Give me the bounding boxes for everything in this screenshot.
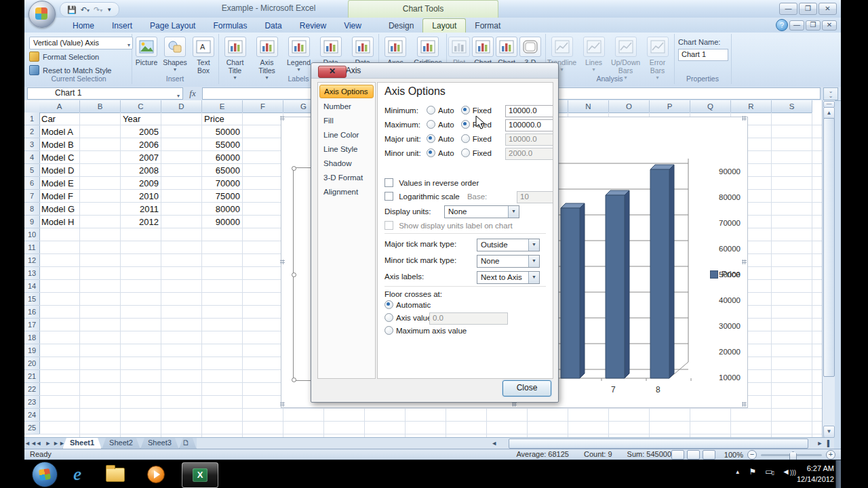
tab-review[interactable]: Review — [291, 19, 335, 33]
tab-page-layout[interactable]: Page Layout — [141, 19, 204, 33]
selection-handle[interactable] — [292, 378, 296, 382]
row-header-2[interactable]: 2 — [24, 125, 40, 138]
auto-radio[interactable] — [427, 148, 435, 157]
row-header-10[interactable]: 10 — [24, 228, 40, 241]
dialog-nav-line-color[interactable]: Line Color — [319, 129, 374, 141]
chart-resize-grip[interactable] — [280, 116, 285, 121]
dropdown-axis-labels-[interactable]: Next to Axis▼ — [477, 271, 540, 284]
cell-E9[interactable]: 90000 — [202, 216, 242, 228]
column-header-D[interactable]: D — [161, 100, 202, 113]
restore-button[interactable]: ❐ — [799, 3, 817, 15]
cell-C9[interactable]: 2012 — [121, 216, 161, 228]
cell-A8[interactable]: Model G — [39, 203, 79, 216]
auto-radio[interactable] — [427, 106, 435, 115]
row-header-12[interactable]: 12 — [24, 254, 40, 267]
horizontal-scroll-thumb[interactable] — [509, 439, 808, 449]
cell-C4[interactable]: 2007 — [121, 151, 161, 164]
dialog-nav-alignment[interactable]: Alignment — [319, 186, 374, 198]
tray-expand-icon[interactable]: ▲ — [735, 469, 741, 475]
cell-A2[interactable]: Model A — [39, 125, 79, 138]
show-desktop-button[interactable] — [835, 460, 841, 488]
row-header-11[interactable]: 11 — [24, 241, 40, 254]
scroll-left-icon[interactable]: ◄ — [490, 438, 499, 449]
sheet-tab-sheet3[interactable]: Sheet3 — [140, 438, 179, 449]
cell-A7[interactable]: Model F — [39, 190, 79, 203]
office-button[interactable] — [28, 1, 56, 28]
first-sheet-icon[interactable]: ◄◄ — [24, 438, 34, 449]
cell-A4[interactable]: Model C — [39, 151, 79, 164]
column-header-A[interactable]: A — [39, 100, 80, 113]
dialog-nav-shadow[interactable]: Shadow — [319, 157, 374, 169]
horizontal-scrollbar[interactable]: ◄ ► ▌ — [197, 438, 834, 449]
row-header-4[interactable]: 4 — [24, 151, 40, 164]
expand-formula-bar-icon[interactable]: ⌄⌄ — [823, 87, 838, 100]
auto-radio[interactable] — [427, 120, 435, 129]
column-header-B[interactable]: B — [80, 100, 121, 113]
floor-option-radio[interactable] — [384, 300, 393, 309]
button-text-box[interactable]: AText Box — [190, 37, 217, 75]
cell-E4[interactable]: 60000 — [202, 151, 242, 164]
fixed-radio[interactable] — [461, 148, 470, 157]
cell-E7[interactable]: 75000 — [202, 190, 242, 203]
cell-E2[interactable]: 50000 — [202, 125, 242, 138]
cell-C3[interactable]: 2006 — [121, 138, 161, 151]
tab-view[interactable]: View — [335, 19, 370, 33]
help-icon[interactable]: ? — [776, 19, 788, 31]
zoom-out-icon[interactable]: − — [747, 450, 757, 460]
name-box[interactable]: Chart 1 ▾ — [27, 87, 183, 100]
display-units-dropdown[interactable]: None ▼ — [444, 205, 519, 218]
cell-C5[interactable]: 2008 — [121, 164, 161, 177]
fixed-radio[interactable] — [461, 134, 470, 143]
vertical-scroll-thumb[interactable] — [823, 118, 835, 377]
row-header-8[interactable]: 8 — [24, 203, 40, 216]
file-explorer-icon[interactable] — [104, 464, 126, 485]
cell-C6[interactable]: 2009 — [121, 177, 161, 190]
scroll-right-icon[interactable]: ► — [815, 438, 825, 449]
chart-resize-grip[interactable] — [742, 116, 747, 121]
taskbar-clock[interactable]: 6:27 AM 12/14/2012 — [797, 463, 834, 485]
workbook-minimize-button[interactable]: — — [789, 20, 804, 30]
prev-sheet-icon[interactable]: ◄ — [34, 438, 43, 449]
workbook-restore-button[interactable]: ❐ — [806, 20, 821, 30]
cell-E3[interactable]: 55000 — [202, 138, 242, 151]
qat-customize-icon[interactable]: ▼ — [106, 7, 112, 13]
dialog-close-icon[interactable]: ✕ — [318, 66, 347, 78]
row-header-14[interactable]: 14 — [24, 280, 40, 293]
chart-element-selector[interactable]: Vertical (Value) Axis ▾ — [29, 37, 133, 49]
row-header-5[interactable]: 5 — [24, 164, 40, 177]
h-split-box[interactable]: ▌ — [825, 438, 834, 449]
cell-E6[interactable]: 70000 — [202, 177, 242, 190]
next-sheet-icon[interactable]: ► — [43, 438, 53, 449]
dialog-nav-fill[interactable]: Fill — [319, 115, 374, 127]
chart-resize-grip[interactable] — [280, 260, 285, 264]
column-header-R[interactable]: R — [731, 100, 772, 113]
row-header-16[interactable]: 16 — [24, 306, 40, 319]
row-header-22[interactable]: 22 — [24, 383, 40, 396]
cell-E5[interactable]: 65000 — [202, 164, 242, 177]
save-icon[interactable]: 💾 — [67, 5, 77, 14]
insert-function-icon[interactable]: fx — [183, 88, 202, 99]
vertical-scrollbar[interactable]: — ▲ ▼ — [822, 100, 835, 437]
row-header-20[interactable]: 20 — [24, 357, 40, 370]
dialog-title-bar[interactable]: Format Axis ? ✕ — [311, 63, 558, 79]
cell-C1[interactable]: Year — [121, 113, 161, 125]
scroll-down-icon[interactable]: ▼ — [823, 426, 835, 438]
zoom-in-icon[interactable]: + — [826, 450, 835, 460]
minimize-button[interactable]: — — [779, 3, 797, 15]
chart-resize-grip[interactable] — [280, 402, 285, 407]
selection-handle[interactable] — [292, 166, 296, 171]
tab-formulas[interactable]: Formulas — [204, 19, 256, 33]
chart-name-input[interactable]: Chart 1 — [678, 49, 728, 61]
format-selection-button[interactable]: Format Selection — [29, 52, 99, 62]
tab-home[interactable]: Home — [64, 19, 103, 33]
dialog-nav-axis-options[interactable]: Axis Options — [319, 85, 374, 98]
zoom-slider[interactable] — [761, 454, 822, 456]
cell-A9[interactable]: Model H — [39, 216, 79, 228]
button-picture[interactable]: Picture — [133, 37, 160, 66]
start-button[interactable] — [30, 462, 60, 487]
column-header-Q[interactable]: Q — [690, 100, 731, 113]
row-header-25[interactable]: 25 — [24, 422, 40, 434]
row-header-21[interactable]: 21 — [24, 370, 40, 383]
cell-E8[interactable]: 80000 — [202, 203, 242, 216]
taskbar-excel-button[interactable]: X — [182, 462, 218, 488]
